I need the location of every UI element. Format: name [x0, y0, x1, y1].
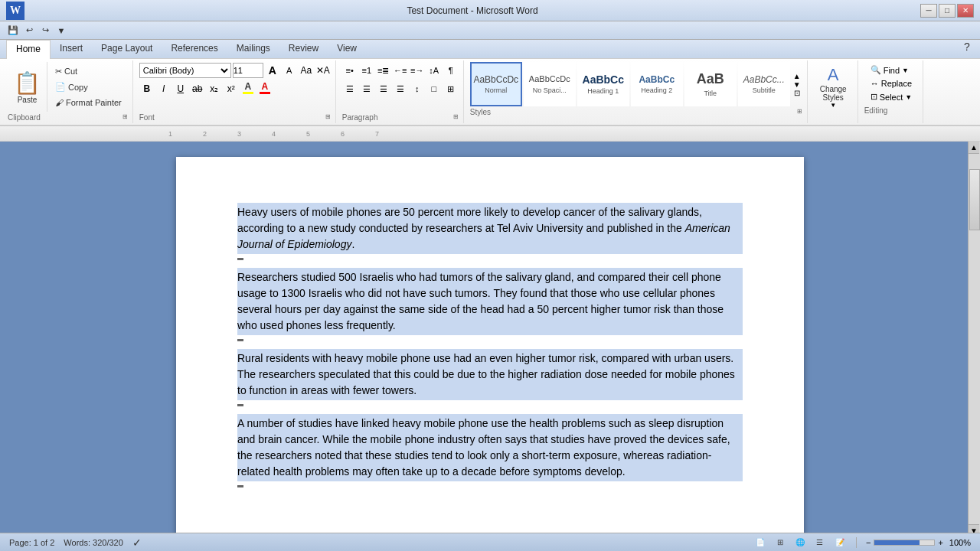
- tab-review[interactable]: Review: [279, 40, 328, 58]
- tab-page-layout[interactable]: Page Layout: [92, 40, 162, 58]
- decrease-font-size-button[interactable]: A: [282, 63, 297, 78]
- redo-button[interactable]: ↪: [38, 24, 52, 37]
- clear-formatting-button[interactable]: ✕A: [315, 63, 331, 78]
- style-title-preview: AaB: [697, 71, 724, 88]
- undo-button[interactable]: ↩: [22, 24, 36, 37]
- style-title-label: Title: [704, 90, 717, 97]
- strikethrough-button[interactable]: ab: [190, 81, 205, 96]
- draft-button[interactable]: 📝: [833, 536, 847, 549]
- tab-references[interactable]: References: [162, 40, 227, 58]
- style-normal-label: Normal: [485, 86, 507, 94]
- editing-group: 🔍 Find ▼ ↔ Replace ⊡ Select ▼ Editing: [860, 60, 924, 123]
- copy-button[interactable]: 📄 Copy: [52, 81, 125, 93]
- style-subtitle[interactable]: AaBbCc... Subtitle: [738, 62, 790, 106]
- paste-label: Paste: [18, 96, 38, 104]
- increase-indent-button[interactable]: ≡→: [410, 63, 425, 78]
- format-painter-icon: 🖌: [55, 98, 64, 107]
- styles-scroll-arrows[interactable]: ▲ ▼ ⊡: [792, 72, 802, 97]
- tab-home[interactable]: Home: [6, 40, 51, 59]
- font-row-1: Calibri (Body) A A Aa ✕A: [139, 63, 331, 78]
- shading-button[interactable]: □: [426, 81, 442, 96]
- styles-expand-button[interactable]: ⊞: [797, 108, 802, 115]
- style-subtitle-preview: AaBbCc...: [743, 74, 785, 85]
- font-color-button[interactable]: A: [257, 81, 273, 96]
- italic-button[interactable]: I: [156, 81, 172, 96]
- bold-button[interactable]: B: [139, 81, 155, 96]
- style-no-spacing[interactable]: AaBbCcDc No Spaci...: [524, 62, 576, 106]
- style-heading1[interactable]: AaBbCc Heading 1: [577, 62, 629, 106]
- editing-controls: 🔍 Find ▼ ↔ Replace ⊡ Select ▼: [864, 62, 919, 105]
- maximize-button[interactable]: □: [939, 4, 956, 18]
- paragraph-expand-button[interactable]: ⊞: [453, 113, 459, 120]
- numbering-button[interactable]: ≡1: [359, 63, 374, 78]
- zoom-out-button[interactable]: −: [866, 538, 871, 547]
- close-button[interactable]: ✕: [957, 4, 974, 18]
- bullets-button[interactable]: ≡•: [342, 63, 358, 78]
- change-case-button[interactable]: Aa: [299, 63, 314, 78]
- tab-mailings[interactable]: Mailings: [227, 40, 279, 58]
- align-left-button[interactable]: ☰: [342, 81, 358, 96]
- spelling-check-icon[interactable]: ✓: [132, 536, 142, 549]
- print-layout-button[interactable]: 📄: [753, 536, 767, 549]
- zoom-slider[interactable]: [874, 540, 935, 546]
- font-group-bottom: Font ⊞: [139, 112, 331, 122]
- justify-button[interactable]: ☰: [393, 81, 408, 96]
- minimize-button[interactable]: ─: [920, 4, 937, 18]
- style-nospace-preview: AaBbCcDc: [529, 74, 570, 84]
- font-family-select[interactable]: Calibri (Body): [139, 63, 231, 78]
- font-row-2: B I U ab x₂ x² A A: [139, 81, 273, 96]
- styles-more-button[interactable]: ⊡: [794, 89, 800, 97]
- cut-button[interactable]: ✂ Cut: [52, 66, 125, 77]
- text-highlight-button[interactable]: A: [240, 81, 256, 96]
- font-size-input[interactable]: [233, 63, 263, 78]
- paragraph-label: Paragraph: [342, 112, 378, 122]
- scroll-thumb[interactable]: [969, 169, 980, 230]
- align-right-button[interactable]: ☰: [376, 81, 391, 96]
- paste-button[interactable]: 📋 Paste: [8, 62, 47, 112]
- font-expand-button[interactable]: ⊞: [325, 113, 331, 120]
- styles-group-bottom: Styles ⊞: [470, 106, 802, 116]
- font-group: Calibri (Body) A A Aa ✕A B I U ab x₂ x² …: [135, 60, 336, 123]
- clipboard-group: 📋 Paste ✂ Cut 📄 Copy 🖌 Format Painter: [3, 60, 133, 123]
- web-layout-button[interactable]: 🌐: [793, 536, 807, 549]
- borders-button[interactable]: ⊞: [443, 81, 459, 96]
- replace-button[interactable]: ↔ Replace: [867, 77, 916, 90]
- decrease-indent-button[interactable]: ←≡: [393, 63, 408, 78]
- multilevel-list-button[interactable]: ≡≣: [376, 63, 391, 78]
- full-screen-button[interactable]: ⊞: [773, 536, 787, 549]
- styles-down-arrow[interactable]: ▼: [793, 80, 801, 89]
- ribbon-help-button[interactable]: ?: [960, 40, 974, 54]
- word-count: Words: 320/320: [64, 538, 122, 547]
- select-arrow: ▼: [905, 93, 912, 101]
- customize-quick-access-button[interactable]: ▼: [54, 24, 68, 37]
- zoom-level: 100%: [949, 538, 971, 547]
- find-button[interactable]: 🔍 Find ▼: [867, 64, 916, 77]
- change-styles-button[interactable]: A ChangeStyles ▼: [814, 62, 853, 112]
- styles-up-arrow[interactable]: ▲: [793, 72, 801, 80]
- save-button[interactable]: 💾: [6, 24, 20, 37]
- select-button[interactable]: ⊡ Select ▼: [867, 90, 916, 103]
- status-bar: Page: 1 of 2 Words: 320/320 ✓ 📄 ⊞ 🌐 ☰ 📝 …: [0, 533, 980, 551]
- increase-font-size-button[interactable]: A: [265, 63, 280, 78]
- style-title[interactable]: AaB Title: [684, 62, 737, 106]
- document-page[interactable]: Heavy users of mobile phones are 50 perc…: [176, 157, 804, 536]
- style-normal[interactable]: AaBbCcDc Normal: [470, 62, 522, 106]
- center-button[interactable]: ☰: [359, 81, 374, 96]
- show-hide-button[interactable]: ¶: [443, 63, 459, 78]
- zoom-in-button[interactable]: +: [938, 538, 942, 547]
- sort-button[interactable]: ↕A: [426, 63, 442, 78]
- underline-button[interactable]: U: [173, 81, 188, 96]
- scrollbar-vertical[interactable]: ▲ ▼: [968, 142, 980, 536]
- scroll-up-button[interactable]: ▲: [969, 142, 979, 154]
- style-heading2[interactable]: AaBbCc Heading 2: [631, 62, 683, 106]
- subscript-button[interactable]: x₂: [207, 81, 222, 96]
- clipboard-expand-button[interactable]: ⊞: [122, 113, 128, 120]
- format-painter-button[interactable]: 🖌 Format Painter: [52, 97, 125, 108]
- tab-insert[interactable]: Insert: [51, 40, 92, 58]
- outline-button[interactable]: ☰: [813, 536, 827, 549]
- paste-icon: 📋: [14, 70, 41, 96]
- line-spacing-button[interactable]: ↕: [410, 81, 425, 96]
- paragraph-group-bottom: Paragraph ⊞: [342, 112, 459, 122]
- superscript-button[interactable]: x²: [224, 81, 239, 96]
- tab-view[interactable]: View: [328, 40, 366, 58]
